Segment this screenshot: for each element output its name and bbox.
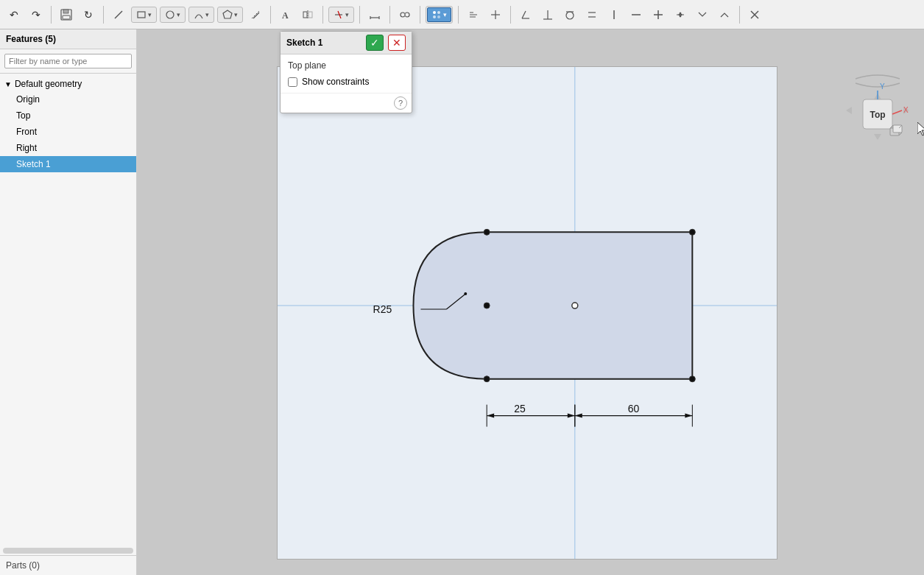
- view-cube: Top Y X: [844, 70, 911, 136]
- tool-arrow2[interactable]: [693, 5, 712, 24]
- sidebar-item-top[interactable]: Top: [0, 107, 136, 124]
- view-left-arrow: [846, 107, 852, 114]
- sep10: [739, 6, 740, 24]
- svg-point-28: [566, 12, 574, 19]
- dimension-tool[interactable]: [365, 5, 384, 24]
- mirror-tool[interactable]: [298, 5, 317, 24]
- line-tool[interactable]: [109, 5, 128, 24]
- svg-rect-1: [63, 10, 68, 13]
- tool-arrow3[interactable]: [715, 5, 734, 24]
- arc-tool[interactable]: ▾: [190, 8, 213, 21]
- rect-tool[interactable]: ▾: [133, 8, 155, 21]
- chevron-down-icon: ▼: [4, 80, 12, 88]
- search-input[interactable]: [4, 54, 132, 68]
- tool-v2[interactable]: [486, 5, 505, 24]
- sketch-panel-header: Sketch 1 ✓ ✕: [281, 32, 412, 54]
- sketch-panel-title: Sketch 1: [286, 38, 362, 48]
- svg-text:Top: Top: [870, 110, 885, 120]
- svg-point-5: [166, 11, 174, 18]
- features-header: Features (5): [0, 29, 136, 49]
- polygon-chevron[interactable]: ▾: [234, 11, 238, 18]
- tool-arrow1[interactable]: [671, 5, 690, 24]
- sep8: [458, 6, 459, 24]
- svg-point-20: [433, 15, 436, 18]
- sidebar-search-container: [0, 49, 136, 74]
- undo-button[interactable]: ↶: [4, 5, 24, 24]
- view-down-arrow: [874, 134, 881, 140]
- show-constraints-row: Show constraints: [288, 77, 404, 87]
- svg-point-48: [464, 292, 467, 295]
- sep9: [510, 6, 511, 24]
- show-constraints-checkbox[interactable]: [288, 77, 297, 87]
- constraint-tool[interactable]: [395, 5, 415, 24]
- circle-chevron[interactable]: ▾: [177, 11, 180, 18]
- svg-rect-2: [63, 15, 70, 19]
- trim-tool[interactable]: ▾: [330, 8, 353, 21]
- arc-group: ▾: [188, 7, 214, 23]
- circle-group: ▾: [160, 7, 186, 23]
- pattern-tool[interactable]: ▾: [427, 7, 451, 22]
- tool-angle[interactable]: [516, 5, 535, 24]
- mouse-cursor: [917, 122, 924, 134]
- help-button[interactable]: ?: [394, 96, 407, 110]
- tool-perpendicular[interactable]: [538, 5, 557, 24]
- svg-text:A: A: [282, 10, 289, 21]
- offset-tool[interactable]: [246, 5, 265, 24]
- canvas-area: Sketch 1 ✓ ✕ Top plane Show constraints …: [137, 29, 924, 575]
- tool-v3[interactable]: [604, 5, 624, 24]
- dim2-label: 60: [628, 403, 640, 415]
- sidebar: Features (5) ▼ Default geometry Origin T…: [0, 29, 137, 575]
- sidebar-item-right[interactable]: Right: [0, 140, 136, 156]
- tool-v4[interactable]: [627, 5, 646, 24]
- sidebar-item-front[interactable]: Front: [0, 124, 136, 140]
- svg-marker-53: [568, 414, 575, 418]
- sidebar-item-sketch1[interactable]: Sketch 1: [0, 156, 136, 172]
- svg-point-45: [689, 376, 695, 382]
- sep5: [359, 6, 360, 24]
- r-label: R25: [373, 303, 392, 315]
- rect-chevron[interactable]: ▾: [148, 11, 152, 18]
- tool-v1[interactable]: [464, 5, 483, 24]
- svg-point-42: [484, 229, 490, 235]
- text-tool[interactable]: A: [276, 5, 295, 24]
- sidebar-scrollbar[interactable]: [3, 548, 133, 554]
- svg-point-21: [437, 15, 440, 18]
- sep3: [270, 6, 271, 24]
- svg-line-63: [892, 110, 902, 114]
- refresh-button[interactable]: ↻: [79, 5, 98, 24]
- tool-v5[interactable]: [649, 5, 668, 24]
- save-button[interactable]: [57, 5, 76, 24]
- tool-tangent[interactable]: [560, 5, 579, 24]
- svg-point-44: [484, 376, 490, 382]
- dim1-label: 25: [514, 403, 526, 415]
- sketch-panel-footer: ?: [281, 93, 412, 113]
- tree-group-label: Default geometry: [15, 79, 82, 89]
- tool-parallel[interactable]: [582, 5, 602, 24]
- tree-group-default-geometry[interactable]: ▼ Default geometry: [0, 77, 136, 91]
- pattern-chevron[interactable]: ▾: [443, 11, 447, 18]
- sketch-confirm-button[interactable]: ✓: [366, 35, 384, 51]
- tool-cross[interactable]: [745, 5, 764, 24]
- svg-point-40: [572, 303, 578, 308]
- main-area: Features (5) ▼ Default geometry Origin T…: [0, 29, 924, 575]
- polygon-tool[interactable]: ▾: [219, 8, 241, 21]
- arc-chevron[interactable]: ▾: [205, 11, 209, 18]
- sketch-cancel-button[interactable]: ✕: [388, 35, 406, 51]
- svg-marker-58: [685, 414, 692, 418]
- sketch-canvas[interactable]: R25 25 60: [277, 66, 777, 560]
- svg-point-19: [437, 11, 440, 14]
- polygon-group: ▾: [217, 7, 243, 23]
- redo-button[interactable]: ↷: [27, 5, 46, 24]
- sidebar-tree: ▼ Default geometry Origin Top Front Righ…: [0, 74, 136, 546]
- rect-group: ▾: [131, 7, 157, 23]
- svg-rect-4: [138, 12, 145, 18]
- circle-tool[interactable]: ▾: [161, 8, 184, 21]
- svg-marker-52: [487, 414, 494, 418]
- svg-line-3: [115, 11, 122, 18]
- svg-marker-6: [223, 10, 232, 18]
- svg-text:X: X: [903, 106, 909, 114]
- sep2: [103, 6, 104, 24]
- sidebar-item-origin[interactable]: Origin: [0, 91, 136, 107]
- trim-chevron[interactable]: ▾: [345, 11, 349, 18]
- svg-point-15: [401, 13, 405, 17]
